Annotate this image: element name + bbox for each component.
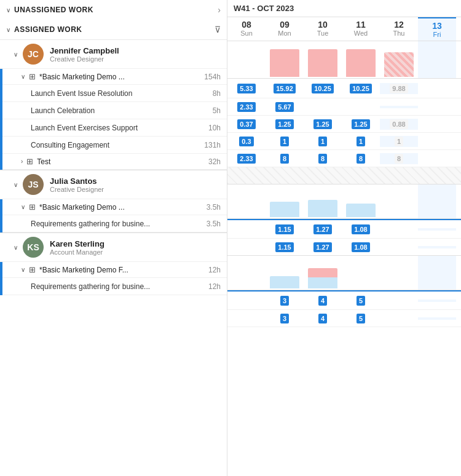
kp1s-thu [380,299,418,302]
assigned-title: ASSIGNED WORK [14,25,215,34]
day-13-num: 13 [419,21,455,31]
julia-task1-grid: 1.15 1.27 1.08 [227,239,461,256]
project2-icon: ⊞ [26,157,33,166]
jennifer-task3-grid: 0.3 1 1 1 1 [227,133,461,150]
jt2-sun-val: 0.37 [237,119,255,129]
unassigned-arrow[interactable]: › [218,5,221,15]
jt1-sun: 2.33 [227,101,266,113]
kp1s-wed: 5 [342,295,380,306]
karen-project1-content: ∨ ⊞ *Basic Marketing Demo F... 12h Requi… [2,262,227,295]
jt4-tue: 8 [304,153,342,164]
karen-chevron[interactable]: ∨ [14,244,18,251]
karen-person-row[interactable]: ∨ KS Karen Sterling Account Manager [0,232,227,262]
day-12-num: 12 [381,20,417,30]
jp1s-sun: 5.33 [227,83,266,94]
jsp1s-thu [380,228,418,231]
jt3-fri: 1 [380,136,418,147]
assigned-work-header[interactable]: ∨ ASSIGNED WORK ⊽ [0,20,227,40]
jennifer-task1-grid: 2.33 5.67 [227,98,461,116]
jennifer-person-row[interactable]: ∨ JC Jennifer Campbell Creative Designer [0,40,227,69]
day-10-name: Tue [305,30,341,37]
jennifer-project1-chevron[interactable]: ∨ [21,73,25,80]
jennifer-avatar: JC [23,44,44,65]
karen-project1-chevron[interactable]: ∨ [21,266,25,273]
jst1-mon-val: 1.15 [275,242,293,252]
jennifer-project2-chevron[interactable]: › [21,158,23,165]
jt4-fri: 8 [380,153,418,164]
jt2-tue-val: 1.25 [313,119,331,129]
julia-task1-name: Requirements gathering for busine... [31,220,203,228]
kt1-thu [380,317,418,320]
jt2-sun: 0.37 [227,119,266,130]
jennifer-task3-name: Launch Event Exercises Support [31,124,205,132]
jennifer-task4-row[interactable]: Consulting Engagement 131h [2,137,227,154]
cap-thu [380,41,418,78]
jt4-mon: 8 [266,153,304,164]
julia-person-row[interactable]: ∨ JS Julia Santos Creative Designer [0,170,227,199]
jennifer-project2-hours: 32h [208,157,221,166]
jennifer-task4-hours: 131h [204,141,221,149]
jennifer-chevron[interactable]: ∨ [14,51,18,58]
day-09-name: Mon [267,30,302,37]
day-08: 08 Sun [227,17,266,41]
julia-project1-row[interactable]: ∨ ⊞ *Basic Marketing Demo ... 3.5h [2,199,227,215]
assigned-chevron: ∨ [6,26,10,33]
jennifer-role: Creative Designer [50,55,119,63]
filter-icon[interactable]: ⊽ [215,25,221,34]
jcap-mon [266,184,304,218]
jt2-wed: 1.25 [342,119,380,130]
julia-project1-chevron[interactable]: ∨ [21,204,25,210]
karen-role: Account Manager [50,248,104,256]
jennifer-task3-row[interactable]: Launch Event Exercises Support 10h [2,119,227,137]
jennifer-project1-hours: 154h [204,73,221,81]
jst1-thu [380,246,418,248]
jennifer-task2-name: Launch Celebration [31,106,209,115]
jt3-mon-val: 1 [280,137,289,146]
cap-sun [227,41,266,78]
kp1s-mon: 3 [266,295,304,306]
jennifer-task1-row[interactable]: Launch Event Issue Resolution 8h [2,85,227,102]
jsp1s-fri [418,228,456,231]
day-13-name: Fri [419,31,455,38]
kcap-mon-bar [270,276,299,288]
unassigned-chevron: ∨ [6,7,10,14]
jennifer-project2-row[interactable]: › ⊞ Test 32h [2,154,227,170]
jennifer-capacity-row [227,41,461,79]
jst1-sun [227,246,266,248]
jp1s-fri: 9.88 [380,83,418,94]
day-11-name: Wed [343,30,379,37]
jennifer-task1-hours: 8h [213,89,221,98]
jennifer-task2-row[interactable]: Launch Celebration 5h [2,102,227,119]
jt3-tue: 1 [304,136,342,147]
jennifer-task4-grid: 2.33 8 8 8 8 [227,150,461,167]
cap-wed [342,41,380,78]
jp1s-wed-val: 10.25 [350,84,372,93]
jsp1s-tue-val: 1.27 [313,224,331,234]
jennifer-task4-name: Consulting Engagement [31,141,200,149]
jst1-fri [418,246,456,248]
karen-task1-grid: 3 4 5 [227,310,461,327]
kcap-tue-pink [308,268,337,277]
julia-chevron[interactable]: ∨ [14,181,18,188]
cap-tue-bar [308,49,337,77]
kp1s-tue-val: 4 [318,296,327,306]
jt3-wed: 1 [342,136,380,147]
jennifer-project1-content: ∨ ⊞ *Basic Marketing Demo ... 154h Launc… [2,69,227,154]
kcap-tue [304,256,342,290]
kt1-mon: 3 [266,313,304,324]
jt1-mon-val: 5.67 [275,102,293,112]
jennifer-task2-hours: 5h [213,106,221,115]
karen-project1-row[interactable]: ∨ ⊞ *Basic Marketing Demo F... 12h [2,262,227,278]
karen-task1-row[interactable]: Requirements gathering for busine... 12h [2,278,227,295]
jennifer-info: Jennifer Campbell Creative Designer [50,46,119,63]
unassigned-work-header[interactable]: ∨ UNASSIGNED WORK › [0,0,227,20]
jt4-wed-val: 8 [357,154,365,164]
jp1s-mon: 15.92 [266,83,304,94]
julia-task1-row[interactable]: Requirements gathering for busine... 3.5… [2,215,227,232]
julia-capacity-row [227,184,461,219]
jennifer-project1-row[interactable]: ∨ ⊞ *Basic Marketing Demo ... 154h [2,69,227,85]
jp1s-sun-val: 5.33 [237,84,255,93]
jp1s-fri-val: 9.88 [390,84,408,93]
day-13: 13 Fri [418,17,456,41]
jt4-sun: 2.33 [227,153,266,164]
